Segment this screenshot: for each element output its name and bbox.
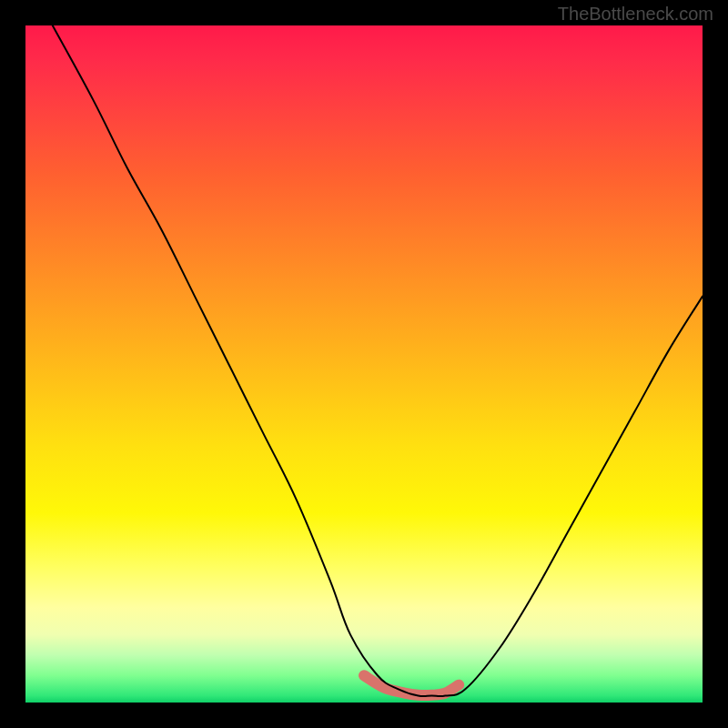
bottleneck-curve-line (53, 25, 703, 696)
chart-svg (25, 25, 703, 703)
watermark-text: TheBottleneck.com (558, 4, 713, 25)
optimal-range-highlight (364, 675, 459, 695)
chart-plot-area (25, 25, 703, 703)
